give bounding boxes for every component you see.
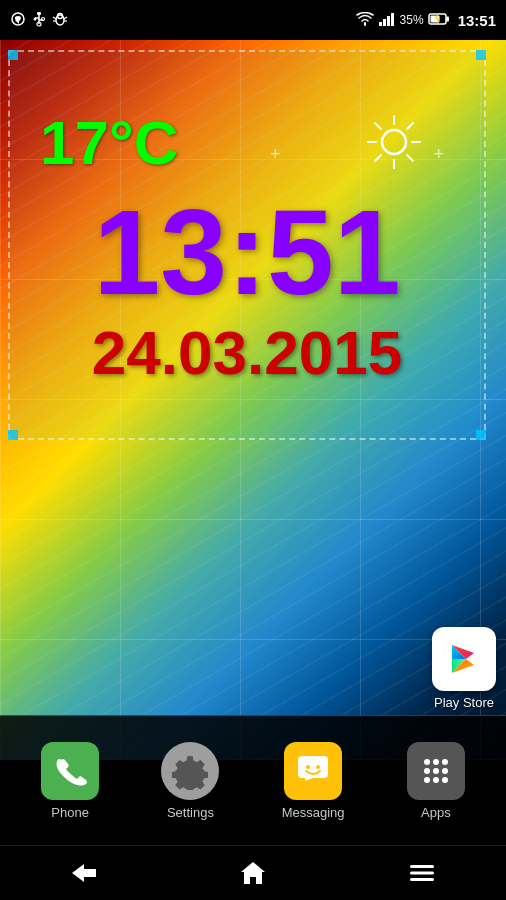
svg-line-27 [407,155,413,161]
play-store-label: Play Store [434,695,494,710]
play-store-icon-bg [432,627,496,691]
messaging-icon [295,753,331,789]
crosshair-marker2: + [433,144,444,165]
svg-rect-15 [383,19,386,26]
temperature-display: 17°C [40,112,179,174]
svg-point-6 [42,17,45,20]
menu-icon [408,862,436,884]
svg-point-33 [316,765,320,769]
weather-clock-widget[interactable]: 17°C + + 13: [8,50,486,440]
svg-point-36 [442,759,448,765]
weather-sun-icon [364,112,424,172]
nav-home-button[interactable] [223,853,283,893]
svg-rect-45 [410,878,434,881]
svg-point-41 [433,777,439,783]
nav-bar [0,845,506,900]
apps-label: Apps [421,805,451,820]
dock-app-phone[interactable]: Phone [41,742,99,820]
phone-icon-bg [41,742,99,800]
status-bar: 35% 13:51 [0,0,506,40]
svg-rect-17 [391,13,394,26]
clock-date-display: 24.03.2015 [20,322,474,384]
svg-rect-14 [379,22,382,26]
wallpaper: 17°C + + 13: [0,40,506,760]
dock-app-messaging[interactable]: Messaging [282,742,345,820]
phone-label: Phone [51,805,89,820]
svg-point-34 [424,759,430,765]
widget-handle-bl[interactable] [8,430,18,440]
signal-icon [378,12,396,29]
svg-point-42 [442,777,448,783]
svg-rect-2 [37,12,41,15]
status-icons-right: 35% 13:51 [356,12,496,29]
svg-line-28 [407,123,413,129]
svg-point-35 [433,759,439,765]
messaging-icon-bg [284,742,342,800]
apps-icon-bg [407,742,465,800]
nav-back-button[interactable] [54,853,114,893]
settings-label: Settings [167,805,214,820]
clock-time-display: 13:51 [20,192,474,312]
viber-icon [10,11,26,30]
svg-point-37 [424,768,430,774]
settings-icon-bg [161,742,219,800]
battery-icon [428,12,450,29]
svg-line-10 [53,17,56,19]
widget-handle-tr[interactable] [476,50,486,60]
usb-icon [32,11,46,30]
svg-point-21 [382,130,406,154]
dock-app-settings[interactable]: Settings [161,742,219,820]
nav-menu-button[interactable] [392,853,452,893]
settings-icon [171,752,209,790]
crosshair-marker: + [270,144,281,165]
svg-point-40 [424,777,430,783]
back-arrow-icon [70,862,98,884]
dock: Phone Settings [0,715,506,845]
play-store-app[interactable]: Play Store [432,627,496,710]
apps-icon [418,753,454,789]
wifi-icon [356,12,374,29]
messaging-label: Messaging [282,805,345,820]
svg-line-29 [375,155,381,161]
svg-rect-43 [410,865,434,868]
svg-point-32 [306,765,310,769]
dock-app-apps[interactable]: Apps [407,742,465,820]
phone-icon [53,754,87,788]
status-time: 13:51 [458,12,496,29]
widget-handle-tl[interactable] [8,50,18,60]
widget-handle-br[interactable] [476,430,486,440]
svg-line-11 [64,17,67,19]
bug-icon [52,11,68,30]
svg-rect-16 [387,16,390,26]
svg-point-5 [34,17,37,20]
battery-percent: 35% [400,13,424,27]
dock-apps: Phone Settings [0,716,506,845]
svg-rect-44 [410,872,434,875]
svg-point-39 [442,768,448,774]
home-icon [239,860,267,886]
svg-line-26 [375,123,381,129]
status-icons-left [10,11,68,30]
svg-point-9 [58,13,63,18]
svg-rect-20 [446,16,449,21]
svg-point-38 [433,768,439,774]
